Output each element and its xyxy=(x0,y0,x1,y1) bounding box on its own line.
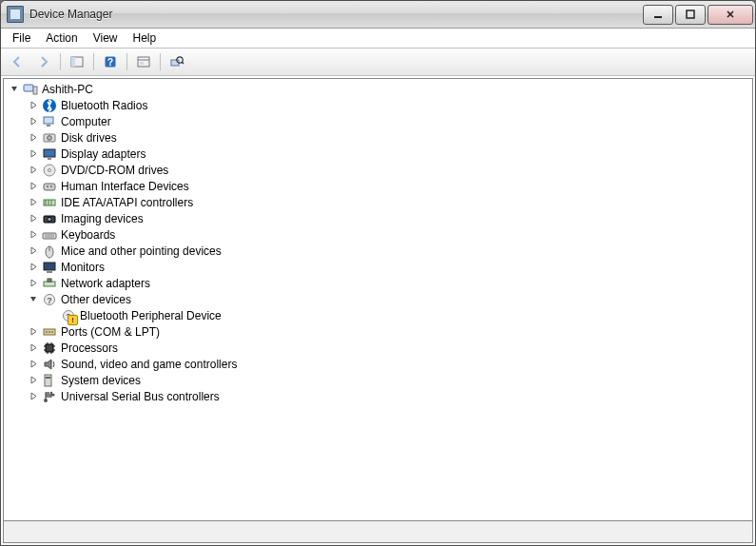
tree-item-label: System devices xyxy=(59,374,143,387)
tree-category-network-adapters[interactable]: Network adapters xyxy=(25,275,752,291)
svg-line-11 xyxy=(182,62,184,64)
maximize-button[interactable] xyxy=(675,5,706,25)
svg-rect-8 xyxy=(140,62,144,65)
tree-category-dvd-cd-rom-drives[interactable]: DVD/CD-ROM drives xyxy=(25,162,752,178)
tree-category-sound-video-and-game-controllers[interactable]: Sound, video and game controllers xyxy=(25,356,752,372)
tree-category-ports-com-lpt-[interactable]: Ports (COM & LPT) xyxy=(25,323,752,340)
show-hide-console-tree-button[interactable] xyxy=(65,50,89,73)
expander-icon[interactable] xyxy=(27,293,40,306)
expander-icon[interactable] xyxy=(27,164,40,177)
expander-icon[interactable] xyxy=(27,115,40,128)
other-icon xyxy=(61,308,76,323)
tree-root-Ashith-PC[interactable]: Ashith-PC xyxy=(6,81,752,97)
menu-action[interactable]: Action xyxy=(38,29,85,48)
tree-category-system-devices[interactable]: System devices xyxy=(25,372,752,388)
menu-help[interactable]: Help xyxy=(126,29,165,48)
expander-icon[interactable] xyxy=(27,180,40,193)
tree-item-label: Display adapters xyxy=(59,147,147,161)
expander-icon[interactable] xyxy=(27,325,40,339)
tree-item-label: Disk drives xyxy=(59,131,119,145)
tree-item-label: Bluetooth Radios xyxy=(59,99,149,112)
cpu-icon xyxy=(42,341,57,356)
tree-category-monitors[interactable]: Monitors xyxy=(25,259,752,275)
client-area: Ashith-PC Bluetooth Radios Computer Disk… xyxy=(1,76,755,545)
port-icon xyxy=(42,324,57,340)
tree-item-label: Processors xyxy=(59,341,120,355)
toolbar: ? xyxy=(1,49,755,76)
forward-button[interactable] xyxy=(31,50,56,73)
expander-icon[interactable] xyxy=(27,358,40,371)
device-manager-window: Device Manager File Action View Help xyxy=(0,0,756,546)
tree-category-imaging-devices[interactable]: Imaging devices xyxy=(25,210,752,226)
tree-item-label: Imaging devices xyxy=(59,212,145,225)
tree-category-ide-ata-atapi-controllers[interactable]: IDE ATA/ATAPI controllers xyxy=(25,194,752,210)
expander-icon[interactable] xyxy=(27,261,40,274)
tree-category-keyboards[interactable]: Keyboards xyxy=(25,226,752,243)
back-button[interactable] xyxy=(5,50,29,73)
display-icon xyxy=(42,146,57,162)
expander-icon[interactable] xyxy=(27,390,40,403)
tree-item-label: Ashith-PC xyxy=(40,83,95,96)
bluetooth-icon xyxy=(42,98,57,113)
expander-icon[interactable] xyxy=(27,196,40,209)
help-button[interactable]: ? xyxy=(98,50,123,73)
expander-icon[interactable] xyxy=(27,212,40,225)
svg-rect-3 xyxy=(71,57,75,67)
close-button[interactable] xyxy=(708,5,753,25)
tree-item-label: Human Interface Devices xyxy=(59,180,191,193)
mouse-icon xyxy=(42,244,57,259)
disk-icon xyxy=(42,130,57,146)
expander-icon[interactable] xyxy=(27,147,40,161)
expander-icon[interactable] xyxy=(27,228,40,242)
ide-icon xyxy=(42,195,57,210)
statusbar xyxy=(3,521,753,543)
system-icon xyxy=(42,373,57,388)
expander-icon[interactable] xyxy=(27,341,40,355)
tree-item-label: Universal Serial Bus controllers xyxy=(59,390,222,403)
tree-item-label: Bluetooth Peripheral Device xyxy=(78,309,223,322)
app-icon xyxy=(7,6,24,23)
sound-icon xyxy=(42,357,57,372)
tree-item-label: DVD/CD-ROM drives xyxy=(59,164,170,177)
menu-file[interactable]: File xyxy=(5,29,38,48)
svg-rect-0 xyxy=(654,16,662,18)
usb-icon xyxy=(42,389,57,404)
menu-view[interactable]: View xyxy=(86,29,126,48)
window-buttons xyxy=(643,5,753,25)
monitor-icon xyxy=(42,260,57,275)
expander-icon[interactable] xyxy=(27,244,40,258)
expander-icon[interactable] xyxy=(27,99,40,112)
tree-category-other-devices[interactable]: Other devices xyxy=(25,291,752,307)
imaging-icon xyxy=(42,211,57,226)
svg-rect-1 xyxy=(687,10,694,18)
computer-icon xyxy=(42,114,57,129)
scan-hardware-button[interactable] xyxy=(165,50,189,73)
minimize-button[interactable] xyxy=(643,5,673,25)
tree-item-label: Network adapters xyxy=(59,277,152,290)
tree-item-label: Keyboards xyxy=(59,228,117,242)
titlebar[interactable]: Device Manager xyxy=(1,1,755,29)
menubar: File Action View Help xyxy=(1,29,755,49)
expander-icon[interactable] xyxy=(8,83,21,96)
tree-category-human-interface-devices[interactable]: Human Interface Devices xyxy=(25,178,752,194)
dvd-icon xyxy=(42,163,57,178)
tree-category-display-adapters[interactable]: Display adapters xyxy=(25,146,752,162)
expander-icon[interactable] xyxy=(27,131,40,145)
tree-category-disk-drives[interactable]: Disk drives xyxy=(25,129,752,146)
expander-icon[interactable] xyxy=(27,277,40,290)
tree-item-label: Mice and other pointing devices xyxy=(59,244,223,258)
keyboard-icon xyxy=(42,227,57,243)
network-icon xyxy=(42,276,57,291)
tree-category-bluetooth-radios[interactable]: Bluetooth Radios xyxy=(25,97,752,113)
expander-icon[interactable] xyxy=(27,374,40,387)
tree-category-universal-serial-bus-controllers[interactable]: Universal Serial Bus controllers xyxy=(25,388,752,404)
tree-device-bluetooth-peripheral-device[interactable]: Bluetooth Peripheral Device xyxy=(44,307,752,323)
tree-category-processors[interactable]: Processors xyxy=(25,340,752,356)
properties-button[interactable] xyxy=(131,50,156,73)
tree-item-label: IDE ATA/ATAPI controllers xyxy=(59,196,195,209)
tree-category-computer[interactable]: Computer xyxy=(25,113,752,129)
device-tree[interactable]: Ashith-PC Bluetooth Radios Computer Disk… xyxy=(3,78,753,521)
other-icon xyxy=(42,292,57,307)
tree-item-label: Computer xyxy=(59,115,113,128)
tree-category-mice-and-other-pointing-devices[interactable]: Mice and other pointing devices xyxy=(25,243,752,259)
